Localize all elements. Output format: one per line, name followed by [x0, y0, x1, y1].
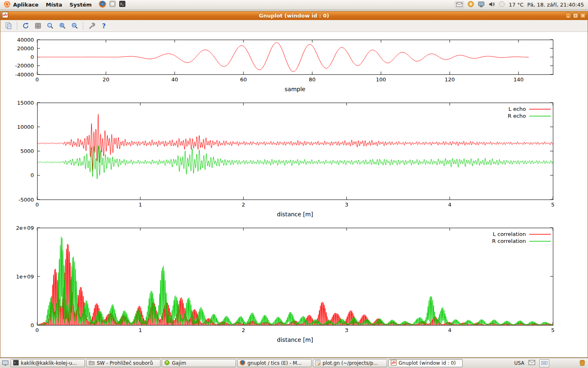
- taskbar-window-label: plot.gn (~/projects/p...: [323, 360, 378, 366]
- x-tick-label: 3: [345, 327, 348, 333]
- plots-canvas: 020406080100120140-40000-200000200004000…: [0, 32, 588, 358]
- display-icon[interactable]: [478, 1, 485, 9]
- app-launcher-icon[interactable]: [109, 0, 116, 9]
- x-tick-label: 0: [36, 76, 39, 83]
- volume-icon[interactable]: [488, 1, 495, 9]
- close-button[interactable]: [580, 13, 586, 19]
- grid-button[interactable]: [32, 21, 43, 31]
- y-tick-label: 5000: [20, 148, 34, 154]
- update-icon[interactable]: [468, 1, 474, 9]
- chart-signal: 020406080100120140-40000-200000200004000…: [15, 37, 553, 93]
- y-tick-label: 0: [31, 172, 34, 178]
- minimize-button[interactable]: [565, 13, 571, 19]
- x-tick-label: 5: [551, 202, 555, 208]
- x-tick-label: 60: [240, 76, 247, 83]
- x-tick-label: 20: [102, 76, 109, 83]
- y-tick-label: 15000: [17, 100, 34, 106]
- help-button[interactable]: ?: [98, 21, 109, 31]
- x-tick-label: 1: [138, 327, 142, 333]
- x-tick-label: 80: [309, 76, 316, 83]
- temperature-label[interactable]: 17 °C: [509, 2, 523, 8]
- y-tick-label: -20000: [15, 63, 34, 69]
- taskbar-window-label: SW - Prohlížeč souborů: [97, 360, 153, 366]
- keyboard-indicator-icon[interactable]: [539, 359, 549, 367]
- refresh-button[interactable]: [20, 21, 31, 31]
- mail-applet-icon[interactable]: [455, 1, 464, 8]
- x-tick-label: 120: [445, 76, 455, 83]
- x-tick-label: 0: [36, 327, 39, 333]
- weather-icon[interactable]: [499, 1, 505, 9]
- menu-places[interactable]: Místa: [42, 0, 66, 9]
- y-tick-label: 1e+09: [16, 274, 34, 280]
- trash-icon[interactable]: [579, 359, 586, 368]
- zoom-in-button[interactable]: [57, 21, 68, 31]
- firefox-launcher-icon[interactable]: [99, 0, 106, 9]
- y-tick-label: 40000: [17, 37, 34, 43]
- x-tick-label: 140: [513, 76, 523, 83]
- menu-applications[interactable]: Aplikace: [0, 0, 42, 9]
- menu-system-label: Systém: [69, 2, 91, 8]
- taskbar-window-firefox[interactable]: gnuplot / tics (E) - M...: [237, 359, 312, 367]
- legend-label: L correlation: [493, 231, 526, 237]
- taskbar-window-gnuplot[interactable]: Gnuplot (window id : 0): [388, 359, 463, 367]
- taskbar-window-editor[interactable]: plot.gn (~/projects/p...: [313, 359, 387, 367]
- y-tick-label: -40000: [15, 72, 34, 78]
- gnuplot-toolbar: ?: [0, 20, 588, 32]
- help-icon: ?: [102, 22, 106, 30]
- show-desktop-button[interactable]: [1, 359, 9, 367]
- x-axis-label: sample: [285, 86, 305, 92]
- y-tick-label: 20000: [17, 45, 34, 52]
- y-tick-label: 0: [31, 322, 34, 328]
- window-title: Gnuplot (window id : 0): [0, 13, 588, 19]
- top-panel: Aplikace Místa Systém: [0, 0, 588, 10]
- legend-label: L echo: [508, 106, 526, 112]
- menu-places-label: Místa: [46, 2, 62, 8]
- toolbar-separator: [83, 22, 83, 30]
- file-manager-icon: [89, 360, 95, 366]
- taskbar: kaklik@kaklik-kolej-u... SW - Prohlížeč …: [0, 358, 588, 368]
- taskbar-window-terminal[interactable]: kaklik@kaklik-kolej-u...: [11, 359, 85, 367]
- taskbar-window-gajim[interactable]: Gajim: [162, 359, 236, 367]
- taskbar-window-label: gnuplot / tics (E) - M...: [247, 360, 302, 366]
- settings-button[interactable]: [86, 21, 97, 31]
- maximize-button[interactable]: [572, 13, 579, 19]
- panel-launchers: [99, 0, 126, 9]
- panel-tray: 17 °C Pá, 18. září, 21:40:45: [455, 1, 588, 9]
- gnuplot-icon: [391, 360, 396, 367]
- keyboard-layout-indicator[interactable]: USA: [514, 360, 524, 366]
- plot-area: 020406080100120140-40000-200000200004000…: [0, 32, 588, 357]
- taskbar-window-label: Gajim: [172, 360, 186, 366]
- chart-correlation: 01234501e+092e+09distance [m]L correlati…: [16, 225, 555, 343]
- menu-applications-label: Aplikace: [13, 2, 38, 8]
- text-editor-icon: [315, 360, 321, 367]
- titlebar[interactable]: Gnuplot (window id : 0): [0, 11, 588, 20]
- x-tick-label: 2: [242, 327, 245, 333]
- taskbar-right: USA: [514, 359, 587, 368]
- x-axis-label: distance [m]: [277, 211, 313, 218]
- x-tick-label: 2: [242, 202, 245, 208]
- x-tick-label: 3: [345, 202, 348, 208]
- y-tick-label: 2e+09: [16, 225, 34, 231]
- mail-notification-icon[interactable]: [528, 360, 535, 366]
- terminal-icon: [13, 360, 19, 367]
- zoom-button[interactable]: [45, 21, 56, 31]
- x-tick-label: 1: [138, 202, 142, 208]
- series-r-echo: [37, 146, 553, 179]
- clock-label[interactable]: Pá, 18. září, 21:40:45: [527, 2, 584, 8]
- x-tick-label: 5: [551, 327, 555, 333]
- terminal-launcher-icon[interactable]: [119, 0, 126, 9]
- x-tick-label: 4: [448, 202, 451, 208]
- copy-button[interactable]: [3, 21, 14, 31]
- plot-border: [38, 103, 553, 200]
- series-r-correlation: [37, 237, 553, 325]
- y-tick-label: 0: [31, 54, 34, 60]
- x-tick-label: 40: [172, 76, 178, 83]
- taskbar-window-file-browser[interactable]: SW - Prohlížeč souborů: [86, 359, 160, 367]
- toolbar-separator: [17, 22, 17, 30]
- zoom-out-button[interactable]: [69, 21, 80, 31]
- ubuntu-logo-icon: [4, 1, 11, 9]
- desktop: Aplikace Místa Systém: [0, 0, 588, 368]
- menu-system[interactable]: Systém: [66, 0, 95, 9]
- taskbar-window-label: kaklik@kaklik-kolej-u...: [21, 360, 77, 366]
- x-tick-label: 100: [376, 76, 386, 83]
